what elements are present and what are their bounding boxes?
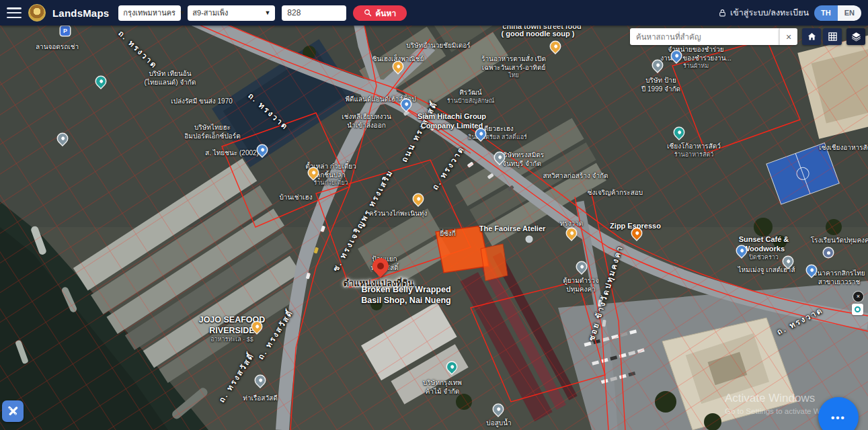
map-label: บริษัท เทียนอ้น (ไทยแลนด์) จำกัด bbox=[145, 70, 196, 87]
close-icon[interactable]: × bbox=[853, 292, 863, 302]
food-pin[interactable] bbox=[250, 320, 264, 333]
shop-pin[interactable] bbox=[672, 126, 686, 139]
map-label: สหวิศาลก่อสร้าง จำกัด bbox=[543, 172, 608, 181]
map-label: ซ่งเจริญค้ากระสอบ bbox=[588, 189, 643, 198]
place-pin[interactable] bbox=[526, 236, 532, 243]
map-canvas[interactable]: ถ. ทรงวาดถ. ทรงวาดถนน ทรงสวัสดิ์ถ. ทรงวา… bbox=[0, 26, 868, 430]
street-label: ซอย ข้างวัดปทุมคงคา bbox=[586, 244, 625, 342]
map-label: ส. ไทยชนะ (2002) bbox=[205, 149, 259, 158]
search-button[interactable]: ค้นหา bbox=[353, 5, 407, 21]
map-label: The Faoirse Atelier bbox=[479, 224, 546, 234]
parking-pin[interactable]: P bbox=[61, 26, 70, 36]
parcel-number-input[interactable] bbox=[282, 5, 346, 21]
layers-button[interactable] bbox=[846, 28, 865, 45]
province-select-value: กรุงเทพมหานคร bbox=[123, 7, 175, 19]
shop-pin[interactable] bbox=[255, 143, 269, 157]
grid-button[interactable] bbox=[823, 28, 842, 45]
bank-pin[interactable] bbox=[805, 263, 818, 277]
map-label: ศิรวัฒน์ร้านป้ายสัญลักษณ์ bbox=[447, 89, 495, 105]
map-label: บริษัทไทยฮะ อิมปอร์ตเอ็กซ์ปอร์ต bbox=[184, 124, 240, 140]
search-button-label: ค้นหา bbox=[375, 7, 396, 19]
landsmaps-logo bbox=[28, 4, 46, 22]
map-label: ทรงวาด bbox=[560, 220, 584, 228]
map-label: บริษัท ป้าย ปี 1999 จำกัด bbox=[641, 77, 680, 93]
map-label: บ้านเช่าเฮง bbox=[279, 194, 312, 202]
streetview-control[interactable] bbox=[852, 304, 863, 315]
map-label: เช่งหลีเฮียบหงวน นำเข้าส่งออก bbox=[342, 113, 391, 130]
menu-icon[interactable] bbox=[7, 7, 22, 18]
street-label: ถ. ทรงสวัสดิ์ bbox=[217, 351, 257, 404]
map-label: ครัวนางไก่พะเนินทุ่ง bbox=[369, 210, 428, 218]
map-label: บริษัทอำนวยชัยมิเตอร์ bbox=[406, 42, 470, 50]
map-label: บริษัททรงสมิตร จันทบุรี จำกัด bbox=[500, 151, 544, 168]
brand-title: LandsMaps bbox=[52, 7, 109, 19]
lang-th-button[interactable]: TH bbox=[814, 5, 838, 21]
police-box-pin[interactable] bbox=[575, 260, 588, 273]
selected-parcel-label: ตำแหน่งแปลงที่ดิน bbox=[344, 276, 414, 290]
map-label: ท่าเรือสวัสดี bbox=[243, 394, 277, 403]
map-label: ร้านอาหารตามสั่ง เปิด เฉพาะวันเสาร์-อาทิ… bbox=[481, 55, 546, 79]
home-extent-button[interactable] bbox=[802, 28, 821, 45]
lang-en-button[interactable]: EN bbox=[838, 5, 861, 21]
map-label: Siam Hitachi Group Company Limited bbox=[418, 112, 486, 131]
language-toggle: TH EN bbox=[814, 5, 861, 21]
street-label: ถ. ทรงสวัสดิ์ bbox=[256, 308, 296, 361]
food-pin[interactable] bbox=[307, 166, 320, 179]
shop-pin[interactable] bbox=[474, 127, 487, 140]
street-label: ถ. ทรงวาด bbox=[430, 144, 467, 192]
chevron-down-icon: ▼ bbox=[180, 9, 186, 16]
company-pin[interactable] bbox=[445, 360, 459, 374]
top-navbar: LandsMaps กรุงเทพมหานคร ▼ ส9-สามเพ็ง ▼ ค… bbox=[0, 0, 868, 26]
map-label: ตู้ยามตำรวจ ปทุมคงคา bbox=[563, 277, 599, 294]
login-link[interactable]: เข้าสู่ระบบ/ลงทะเบียน bbox=[718, 6, 809, 19]
place-pin[interactable] bbox=[491, 402, 505, 416]
grid-icon bbox=[828, 32, 838, 42]
map-label: บริษัทกรุงเทพ ค้าไม้ จำกัด bbox=[423, 379, 462, 396]
measure-tools-button[interactable] bbox=[2, 400, 24, 422]
street-label: ถ. ทรงวาด bbox=[116, 29, 159, 71]
map-label: จำหน่ายของชำร่วย งานศพ ของชำร่วยงาน...ร้… bbox=[660, 46, 732, 70]
landsmaps-app: LandsMaps กรุงเทพมหานคร ▼ ส9-สามเพ็ง ▼ ค… bbox=[0, 0, 868, 430]
map-label: Sunset Café & Woodworksปิดชั่วคราว bbox=[739, 235, 789, 261]
shop-pin[interactable] bbox=[735, 244, 748, 257]
place-pin[interactable] bbox=[651, 58, 664, 72]
measure-tools-icon bbox=[6, 404, 19, 418]
place-pin[interactable] bbox=[56, 132, 69, 145]
map-label: โรงเรียนวัดปทุมคงคา bbox=[811, 236, 868, 245]
home-icon bbox=[807, 32, 817, 42]
place-pin[interactable] bbox=[94, 75, 108, 88]
food-pin[interactable] bbox=[391, 60, 405, 73]
street-label: ซ. ทรงเจริญพร ทรงเสริม bbox=[331, 168, 395, 273]
map-label: เซ่งเชียงอาหารสัตว์ bbox=[819, 144, 868, 153]
place-search-input[interactable] bbox=[630, 28, 779, 45]
map-sheet-select[interactable]: ส9-สามเพ็ง ▼ bbox=[188, 5, 275, 21]
school-pin[interactable] bbox=[824, 248, 833, 257]
street-label: ถ. ทรงวาด bbox=[246, 91, 290, 132]
pier-pin[interactable] bbox=[253, 374, 267, 387]
province-select[interactable]: กรุงเทพมหานคร ▼ bbox=[118, 5, 181, 21]
map-label: เปล่งรัศมี ขนส่ง 1970 bbox=[171, 97, 233, 106]
shop-pin[interactable] bbox=[670, 49, 683, 62]
map-label-layer: ถ. ทรงวาดถ. ทรงวาดถนน ทรงสวัสดิ์ถ. ทรงวา… bbox=[0, 26, 868, 430]
clear-search-button[interactable]: × bbox=[779, 28, 797, 45]
login-label: เข้าสู่ระบบ/ลงทะเบียน bbox=[730, 6, 809, 19]
cafe-pin[interactable] bbox=[781, 255, 795, 268]
shop-pin[interactable] bbox=[399, 97, 413, 111]
pegman-icon bbox=[855, 306, 861, 312]
map-label: ลานจอดรถเช่า bbox=[36, 43, 79, 52]
street-label: ถ. ทรงวาด bbox=[775, 305, 825, 337]
magnifier-icon bbox=[364, 9, 372, 17]
cafe-pin[interactable] bbox=[630, 226, 643, 240]
map-label: china town street food bbox=[502, 26, 581, 32]
map-toolbar: × bbox=[630, 28, 865, 45]
map-label: ( good noodle soup ) bbox=[502, 30, 575, 39]
food-pin[interactable] bbox=[549, 40, 562, 53]
food-pin[interactable] bbox=[411, 192, 425, 206]
map-label: บ่อสูบน้ำ bbox=[486, 419, 511, 428]
layers-icon bbox=[851, 32, 861, 42]
lock-icon bbox=[718, 9, 727, 17]
map-label: ยี่ซ้งกี่ bbox=[440, 230, 456, 239]
food-pin[interactable] bbox=[565, 226, 578, 240]
map-label: ธนาคารกสิกรไทย สาขาเยาวราช bbox=[813, 269, 865, 286]
place-pin[interactable] bbox=[493, 150, 506, 164]
